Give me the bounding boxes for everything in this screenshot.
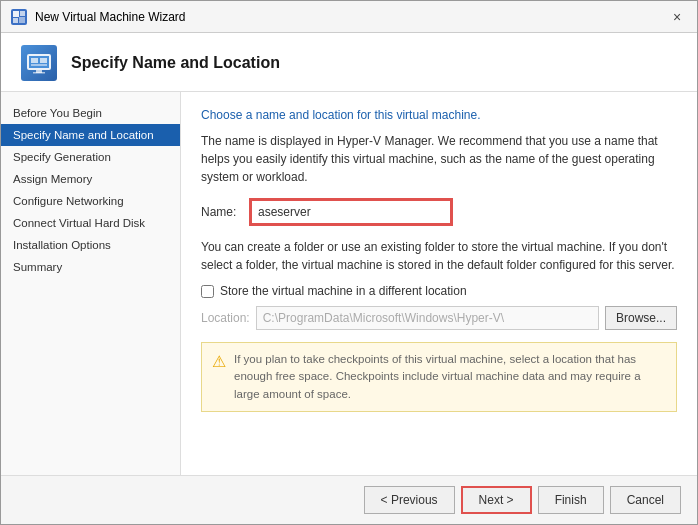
svg-rect-7 <box>40 58 47 63</box>
warning-icon: ⚠ <box>212 352 226 371</box>
main-window: New Virtual Machine Wizard × Specify Nam… <box>0 0 698 525</box>
svg-rect-8 <box>31 64 47 66</box>
sidebar-item-assign-memory[interactable]: Assign Memory <box>1 168 180 190</box>
warning-box: ⚠ If you plan to take checkpoints of thi… <box>201 342 677 412</box>
main-content: Choose a name and location for this virt… <box>181 92 697 475</box>
svg-rect-0 <box>13 11 19 17</box>
svg-rect-6 <box>31 58 38 63</box>
content-area: Before You BeginSpecify Name and Locatio… <box>1 92 697 475</box>
sidebar-item-before-you-begin[interactable]: Before You Begin <box>1 102 180 124</box>
close-button[interactable]: × <box>667 7 687 27</box>
sidebar-item-specify-name-location[interactable]: Specify Name and Location <box>1 124 180 146</box>
sidebar: Before You BeginSpecify Name and Locatio… <box>1 92 181 475</box>
svg-rect-2 <box>13 18 18 23</box>
checkbox-label: Store the virtual machine in a different… <box>220 284 467 298</box>
location-label: Location: <box>201 311 250 325</box>
name-input[interactable] <box>251 200 451 224</box>
svg-rect-1 <box>20 11 25 16</box>
finish-button[interactable]: Finish <box>538 486 604 514</box>
location-input[interactable] <box>256 306 599 330</box>
header-section: Specify Name and Location <box>1 33 697 92</box>
sidebar-item-connect-virtual-hard-disk[interactable]: Connect Virtual Hard Disk <box>1 212 180 234</box>
intro-text: Choose a name and location for this virt… <box>201 108 677 122</box>
title-bar-left: New Virtual Machine Wizard <box>11 9 186 25</box>
sidebar-item-configure-networking[interactable]: Configure Networking <box>1 190 180 212</box>
next-button[interactable]: Next > <box>461 486 532 514</box>
sidebar-item-specify-generation[interactable]: Specify Generation <box>1 146 180 168</box>
sidebar-item-installation-options[interactable]: Installation Options <box>1 234 180 256</box>
svg-rect-3 <box>19 17 25 23</box>
browse-button[interactable]: Browse... <box>605 306 677 330</box>
app-icon <box>11 9 27 25</box>
title-bar: New Virtual Machine Wizard × <box>1 1 697 33</box>
checkbox-row: Store the virtual machine in a different… <box>201 284 677 298</box>
footer: < Previous Next > Finish Cancel <box>1 475 697 524</box>
store-location-checkbox[interactable] <box>201 285 214 298</box>
page-title: Specify Name and Location <box>71 54 280 72</box>
svg-rect-10 <box>33 72 45 74</box>
description-text: The name is displayed in Hyper-V Manager… <box>201 132 677 186</box>
sidebar-item-summary[interactable]: Summary <box>1 256 180 278</box>
name-label: Name: <box>201 205 241 219</box>
header-icon <box>21 45 57 81</box>
cancel-button[interactable]: Cancel <box>610 486 681 514</box>
location-row: Location: Browse... <box>201 306 677 330</box>
location-description: You can create a folder or use an existi… <box>201 238 677 274</box>
name-row: Name: <box>201 200 677 224</box>
window-title: New Virtual Machine Wizard <box>35 10 186 24</box>
warning-text: If you plan to take checkpoints of this … <box>234 351 666 403</box>
previous-button[interactable]: < Previous <box>364 486 455 514</box>
